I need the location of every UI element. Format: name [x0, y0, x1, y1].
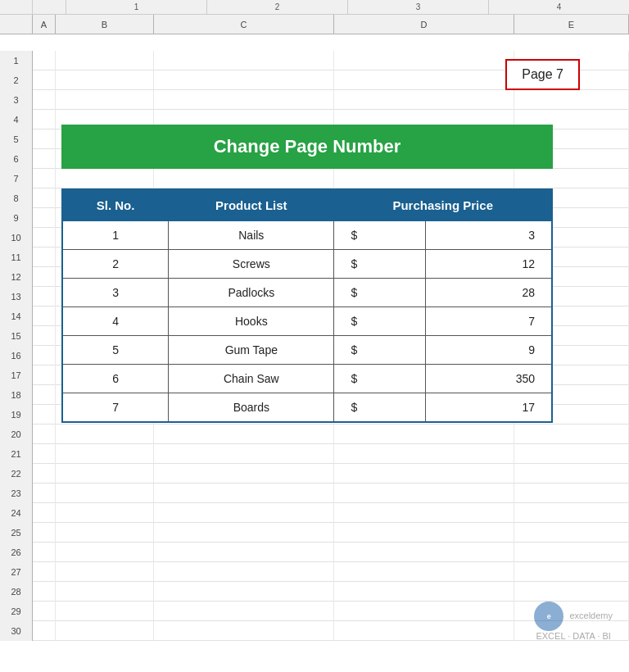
cell-currency: $ [334, 279, 425, 307]
table-row: 7 Boards $ 17 [62, 393, 552, 423]
table-row: 3 Padlocks $ 28 [62, 279, 552, 307]
cell-sl: 5 [62, 336, 169, 365]
col-header-product: Product List [169, 189, 334, 221]
watermark: e exceldemy EXCEL · DATA · BI [534, 602, 613, 641]
ruler-mark-1: 1 [66, 0, 206, 15]
cell-product: Chain Saw [169, 365, 334, 393]
content-area: Change Page Number Sl. No. Product List … [61, 125, 553, 423]
cell-sl: 7 [62, 393, 169, 423]
cell-price: 28 [425, 279, 552, 307]
ruler-mark-2: 2 [206, 0, 347, 15]
cell-currency: $ [334, 336, 425, 365]
cell-sl: 1 [62, 221, 169, 250]
table-row: 6 Chain Saw $ 350 [62, 365, 552, 393]
column-headers: A B C D E [0, 15, 629, 34]
ruler-mark-4: 4 [488, 0, 629, 15]
col-header-price: Purchasing Price [334, 189, 552, 221]
cell-price: 12 [425, 250, 552, 279]
cell-price: 350 [425, 365, 552, 393]
cell-sl: 3 [62, 279, 169, 307]
cell-price: 9 [425, 336, 552, 365]
table-row: 2 Screws $ 12 [62, 250, 552, 279]
cell-sl: 2 [62, 250, 169, 279]
cell-product: Gum Tape [169, 336, 334, 365]
table-row: 1 Nails $ 3 [62, 221, 552, 250]
cell-sl: 4 [62, 307, 169, 336]
cell-currency: $ [334, 393, 425, 423]
watermark-tagline: EXCEL · DATA · BI [536, 631, 611, 641]
table-row: 4 Hooks $ 7 [62, 307, 552, 336]
cell-currency: $ [334, 307, 425, 336]
cell-product: Padlocks [169, 279, 334, 307]
ruler-mark-3: 3 [347, 0, 488, 15]
cell-price: 7 [425, 307, 552, 336]
cell-price: 17 [425, 393, 552, 423]
data-table: Sl. No. Product List Purchasing Price 1 … [61, 188, 553, 423]
green-banner: Change Page Number [61, 125, 553, 169]
cell-currency: $ [334, 365, 425, 393]
cell-currency: $ [334, 250, 425, 279]
cell-product: Hooks [169, 307, 334, 336]
row-num-header [0, 15, 33, 34]
page-number-box: Page 7 [505, 59, 580, 90]
cell-price: 3 [425, 221, 552, 250]
watermark-logo: e [534, 602, 563, 631]
col-header-a[interactable]: A [33, 15, 56, 34]
cell-product: Screws [169, 250, 334, 279]
watermark-text: exceldemy [569, 611, 613, 620]
col-header-e[interactable]: E [514, 15, 629, 34]
col-header-b[interactable]: B [56, 15, 154, 34]
col-header-sl: Sl. No. [62, 189, 169, 221]
col-header-d[interactable]: D [334, 15, 514, 34]
col-header-c[interactable]: C [154, 15, 334, 34]
cell-currency: $ [334, 221, 425, 250]
ruler: 1 2 3 4 [0, 0, 629, 15]
table-row: 5 Gum Tape $ 9 [62, 336, 552, 365]
cell-product: Nails [169, 221, 334, 250]
cell-sl: 6 [62, 365, 169, 393]
cell-product: Boards [169, 393, 334, 423]
